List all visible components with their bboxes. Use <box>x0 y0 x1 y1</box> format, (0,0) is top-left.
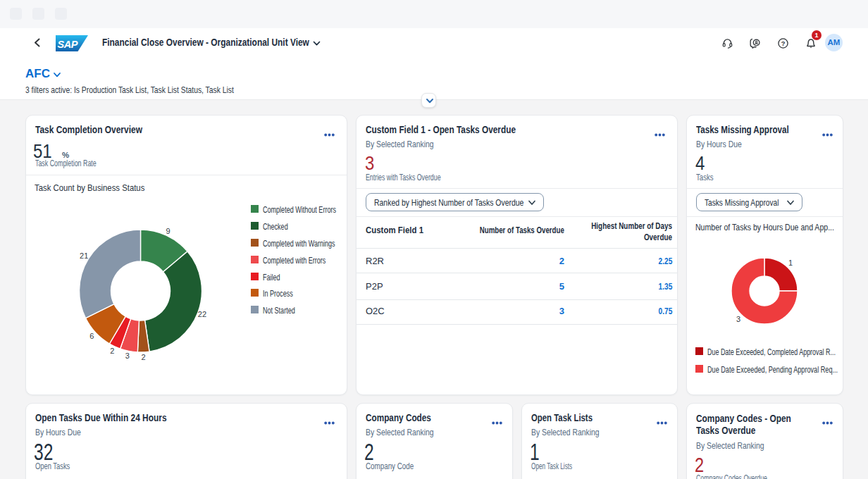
svg-text:SAP: SAP <box>58 39 78 50</box>
svg-text:?: ? <box>781 40 786 47</box>
